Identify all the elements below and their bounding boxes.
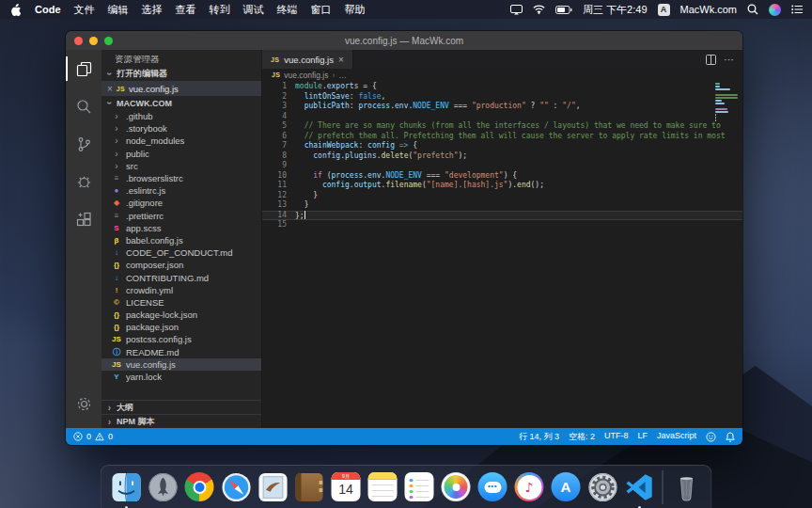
close-window-button[interactable] xyxy=(74,37,83,45)
open-editors-section[interactable]: › 打开的编辑器 xyxy=(102,67,261,81)
menubar-account[interactable]: MacWk.com xyxy=(680,4,738,15)
feedback-smiley-icon[interactable] xyxy=(706,432,716,442)
dock-reminders-icon[interactable] xyxy=(403,471,435,503)
dock-finder-icon[interactable] xyxy=(110,471,142,503)
debug-icon[interactable] xyxy=(66,163,102,200)
tree-item-node_modules[interactable]: ›node_modules xyxy=(102,135,261,147)
breadcrumb-more[interactable]: … xyxy=(338,71,347,80)
extensions-icon[interactable] xyxy=(66,200,102,238)
tree-item-package-lock.json[interactable]: {}package-lock.json xyxy=(102,309,261,321)
minimap[interactable] xyxy=(715,83,740,125)
tab-close-icon[interactable]: × xyxy=(338,55,344,65)
open-editor-item[interactable]: × JS vue.config.js xyxy=(102,81,261,96)
code-line-14[interactable]: 14}; xyxy=(262,211,742,221)
menu-终端[interactable]: 终端 xyxy=(277,3,298,17)
warnings-count[interactable]: 0 xyxy=(108,432,113,441)
breadcrumb[interactable]: JS vue.config.js › … xyxy=(262,69,742,81)
close-editor-icon[interactable]: × xyxy=(107,84,113,94)
tree-item-src[interactable]: ›src xyxy=(102,160,261,172)
dock-app-store-icon[interactable]: A xyxy=(550,471,582,503)
tree-item-composer.json[interactable]: {}composer.json xyxy=(102,259,261,271)
menu-调试[interactable]: 调试 xyxy=(243,3,264,17)
status-segment[interactable]: LF xyxy=(637,431,648,443)
tree-item-.gitignore[interactable]: ◆.gitignore xyxy=(102,197,261,209)
code-line-8[interactable]: 8 config.plugins.delete("prefetch"); xyxy=(262,151,742,162)
apple-logo-icon[interactable] xyxy=(11,4,22,16)
dock-chrome-icon[interactable] xyxy=(183,471,215,503)
code-line-12[interactable]: 12 } xyxy=(262,191,742,201)
code-line-1[interactable]: 1module.exports = { xyxy=(262,82,742,92)
section-NPM 脚本[interactable]: ›NPM 脚本 xyxy=(102,414,261,428)
settings-gear-icon[interactable] xyxy=(66,385,102,422)
code-line-10[interactable]: 10 if (process.env.NODE_ENV === "develop… xyxy=(262,171,742,182)
status-segment[interactable]: 行 14, 列 3 xyxy=(519,431,559,443)
dock-trash-icon[interactable] xyxy=(670,471,702,503)
errors-icon[interactable] xyxy=(73,432,83,441)
battery-icon[interactable] xyxy=(555,6,572,14)
menu-窗口[interactable]: 窗口 xyxy=(311,3,332,17)
notification-center-icon[interactable] xyxy=(791,5,803,14)
code-editor[interactable]: 1module.exports = {2 lintOnSave: false,3… xyxy=(262,81,742,428)
code-line-11[interactable]: 11 config.output.filename("[name].[hash]… xyxy=(262,181,742,191)
dock-contacts-icon[interactable] xyxy=(293,471,325,503)
dock-safari-icon[interactable] xyxy=(220,471,252,503)
siri-icon[interactable] xyxy=(769,4,781,16)
tree-item-.storybook[interactable]: ›.storybook xyxy=(102,122,261,135)
tree-item-.eslintrc.js[interactable]: ●.eslintrc.js xyxy=(102,184,261,197)
tree-item-crowdin.yml[interactable]: !crowdin.yml xyxy=(102,284,261,296)
status-segment[interactable]: UTF-8 xyxy=(604,431,629,443)
code-line-7[interactable]: 7 chainWebpack: config => { xyxy=(262,141,742,151)
menu-查看[interactable]: 查看 xyxy=(176,3,196,17)
tree-item-vue.config.js[interactable]: JSvue.config.js xyxy=(102,358,261,371)
project-section-header[interactable]: › MACWK.COM xyxy=(102,96,261,110)
wifi-icon[interactable] xyxy=(533,5,545,14)
menubar-app-name[interactable]: Code xyxy=(35,4,61,15)
minimize-window-button[interactable] xyxy=(89,37,98,45)
tree-item-.browserslistrc[interactable]: ≡.browserslistrc xyxy=(102,172,261,184)
dock-system-preferences-icon[interactable] xyxy=(586,471,618,503)
tree-item-.github[interactable]: ›.github xyxy=(102,110,261,122)
tree-item-yarn.lock[interactable]: Yyarn.lock xyxy=(102,371,261,383)
window-titlebar[interactable]: vue.config.js — MacWk.com xyxy=(66,31,742,50)
dock-vscode-icon[interactable] xyxy=(623,471,655,503)
status-segment[interactable]: JavaScript xyxy=(657,431,696,443)
dock-mail-icon[interactable] xyxy=(257,471,289,503)
code-line-3[interactable]: 3 publicPath: process.env.NODE_ENV === "… xyxy=(262,102,742,112)
dock-itunes-icon[interactable]: ♪ xyxy=(513,471,545,503)
maximize-window-button[interactable] xyxy=(104,37,113,45)
tree-item-package.json[interactable]: {}package.json xyxy=(102,321,261,333)
menu-帮助[interactable]: 帮助 xyxy=(345,3,366,17)
tree-item-babel.config.js[interactable]: βbabel.config.js xyxy=(102,234,261,246)
breadcrumb-file[interactable]: vue.config.js xyxy=(284,71,328,80)
code-line-13[interactable]: 13 } xyxy=(262,200,742,211)
menu-转到[interactable]: 转到 xyxy=(210,3,230,17)
tree-item-public[interactable]: ›public xyxy=(102,148,261,160)
notifications-bell-icon[interactable] xyxy=(726,432,735,442)
section-大纲[interactable]: ›大纲 xyxy=(102,400,261,414)
dock-launchpad-icon[interactable] xyxy=(147,471,179,503)
warnings-icon[interactable] xyxy=(95,432,104,441)
code-line-6[interactable]: 6 // prefetch them all. Prefetching them… xyxy=(262,132,742,142)
code-line-4[interactable]: 4 xyxy=(262,112,742,122)
source-control-icon[interactable] xyxy=(66,125,102,163)
tree-item-README.md[interactable]: ⓘREADME.md xyxy=(102,346,261,358)
menubar-clock[interactable]: 周三 下午2:49 xyxy=(583,3,647,17)
display-icon[interactable] xyxy=(510,5,523,15)
tab-vue-config[interactable]: JS vue.config.js × xyxy=(262,50,353,69)
tree-item-CODE_OF_CONDUCT.md[interactable]: ↓CODE_OF_CONDUCT.md xyxy=(102,246,261,259)
errors-count[interactable]: 0 xyxy=(86,432,91,441)
more-actions-icon[interactable]: ··· xyxy=(724,56,734,62)
tree-item-postcss.config.js[interactable]: JSpostcss.config.js xyxy=(102,333,261,345)
input-method-badge[interactable]: A xyxy=(658,4,670,16)
code-line-2[interactable]: 2 lintOnSave: false, xyxy=(262,92,742,103)
code-line-15[interactable]: 15 xyxy=(262,220,742,230)
menu-编辑[interactable]: 编辑 xyxy=(108,3,129,17)
explorer-icon[interactable] xyxy=(66,50,102,87)
search-icon[interactable] xyxy=(66,87,102,125)
tree-item-CONTRIBUTING.md[interactable]: ↓CONTRIBUTING.md xyxy=(102,271,261,283)
spotlight-search-icon[interactable] xyxy=(747,4,758,15)
code-line-5[interactable]: 5 // There are so many chunks (from all … xyxy=(262,121,742,132)
tree-item-LICENSE[interactable]: ©LICENSE xyxy=(102,296,261,309)
split-editor-icon[interactable] xyxy=(706,55,716,65)
dock-messages-icon[interactable]: ••• xyxy=(476,471,508,503)
